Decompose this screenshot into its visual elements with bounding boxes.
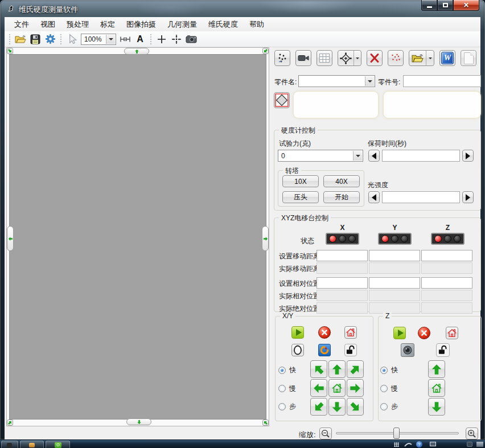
xy-home-button[interactable]	[344, 326, 357, 339]
locate-points-button[interactable]	[338, 52, 354, 64]
objective-10x-button[interactable]: 10X	[282, 175, 319, 187]
xy-jog-up-button[interactable]	[328, 360, 346, 378]
xy-run-button[interactable]	[291, 326, 304, 339]
xy-jog-down-left-button[interactable]	[310, 398, 327, 416]
z-jog-home-button[interactable]	[428, 379, 445, 397]
menu-view[interactable]: 视图	[35, 17, 61, 32]
zoom-dropdown-button[interactable]	[106, 35, 115, 44]
set-relative-pos-z-input[interactable]	[421, 277, 472, 289]
z-focus-lens-button[interactable]	[401, 343, 414, 357]
start-button[interactable]: 开始	[323, 191, 360, 203]
save-button[interactable]	[28, 32, 43, 46]
taskbar-button[interactable]: O	[46, 441, 70, 448]
set-relative-pos-y-input[interactable]	[369, 277, 420, 289]
hold-time-decrease-button[interactable]	[368, 150, 380, 162]
snapshot-button[interactable]	[184, 32, 199, 46]
open-result-splitbutton[interactable]	[409, 50, 434, 66]
indenter-button[interactable]: 压头	[282, 191, 319, 203]
xy-speed-slow-radio[interactable]: 慢	[278, 384, 296, 393]
xy-jog-left-button[interactable]	[310, 379, 327, 397]
zoom-level-combobox[interactable]: 100%	[81, 34, 116, 45]
export-word-button[interactable]: W	[439, 50, 455, 66]
grid-overlay-button[interactable]	[317, 50, 332, 66]
set-move-distance-z-input[interactable]	[421, 250, 472, 261]
menu-file[interactable]: 文件	[9, 17, 35, 32]
menu-calibration[interactable]: 标定	[94, 17, 121, 32]
point-set-button[interactable]	[388, 50, 404, 66]
xy-stop-button[interactable]	[318, 326, 331, 339]
set-move-distance-x-input[interactable]	[317, 250, 368, 261]
tray-status-icon[interactable]	[467, 442, 472, 447]
minimize-button[interactable]	[421, 0, 437, 11]
image-canvas[interactable]	[9, 54, 266, 420]
hold-time-increase-button[interactable]	[462, 150, 474, 162]
light-increase-button[interactable]	[462, 191, 474, 203]
pan-corner-bottom-left-button[interactable]	[7, 420, 13, 426]
locate-points-splitbutton[interactable]	[338, 50, 361, 66]
z-stop-button[interactable]	[418, 327, 430, 339]
pan-corner-top-right-button[interactable]	[262, 48, 269, 54]
taskbar-button[interactable]	[1, 441, 18, 448]
text-tool-button[interactable]: A	[133, 32, 147, 46]
pan-right-button[interactable]	[262, 226, 269, 251]
z-unlock-button[interactable]	[436, 343, 450, 357]
xy-jog-up-right-button[interactable]	[347, 360, 364, 378]
menu-vickers-hardness[interactable]: 维氏硬度	[203, 17, 244, 32]
settings-button[interactable]	[43, 32, 57, 46]
part-name-combobox[interactable]	[298, 75, 375, 87]
hold-time-input[interactable]	[382, 150, 460, 162]
tray-volume-icon[interactable]	[476, 442, 483, 447]
menu-preprocess[interactable]: 预处理	[61, 17, 94, 32]
z-speed-step-radio[interactable]: 步	[380, 402, 398, 412]
test-force-dropdown[interactable]	[353, 151, 362, 161]
windows-taskbar[interactable]: O ?	[0, 439, 485, 448]
pan-down-button[interactable]	[126, 418, 151, 425]
zoom-slider-thumb[interactable]	[393, 428, 400, 439]
indent-mark-button[interactable]	[274, 92, 290, 108]
open-file-button[interactable]	[13, 32, 28, 46]
light-intensity-input[interactable]	[382, 191, 460, 203]
tray-wave-icon[interactable]	[404, 442, 412, 447]
taskbar-button[interactable]	[20, 441, 44, 448]
delete-button[interactable]	[367, 50, 383, 66]
tray-grid-icon[interactable]	[394, 442, 399, 447]
test-force-combobox[interactable]: 0	[278, 150, 363, 162]
open-result-button[interactable]	[409, 54, 426, 63]
zoom-out-button[interactable]	[319, 428, 332, 439]
center-target-button[interactable]	[169, 32, 184, 46]
z-run-button[interactable]	[393, 327, 406, 339]
z-jog-up-button[interactable]	[428, 360, 445, 378]
zoom-in-button[interactable]	[466, 428, 478, 439]
xy-jog-down-right-button[interactable]	[347, 398, 364, 416]
xy-speed-step-radio[interactable]: 步	[278, 402, 296, 412]
z-speed-fast-radio[interactable]: 快	[380, 365, 398, 375]
pan-up-button[interactable]	[124, 48, 149, 55]
new-document-button[interactable]	[461, 50, 476, 66]
indent-pattern-button[interactable]	[274, 50, 290, 66]
xy-jog-down-button[interactable]	[328, 398, 346, 416]
xy-unlock-button[interactable]	[344, 344, 357, 356]
close-button[interactable]: ✕	[453, 0, 479, 11]
locate-points-dropdown[interactable]	[354, 51, 361, 65]
menu-geometry-measure[interactable]: 几何测量	[162, 17, 203, 32]
xy-speed-fast-radio[interactable]: 快	[278, 365, 296, 375]
pointer-tool-button[interactable]	[64, 32, 79, 46]
objective-40x-button[interactable]: 40X	[323, 175, 360, 187]
menu-help[interactable]: 帮助	[244, 17, 270, 32]
part-name-dropdown[interactable]	[365, 76, 374, 86]
video-capture-button[interactable]	[295, 50, 311, 66]
z-speed-slow-radio[interactable]: 慢	[380, 384, 398, 393]
light-decrease-button[interactable]	[368, 191, 380, 203]
xy-jog-home-button[interactable]	[328, 379, 346, 397]
xy-jog-right-button[interactable]	[347, 379, 364, 397]
xy-ellipse-path-button[interactable]	[291, 344, 304, 356]
maximize-button[interactable]	[437, 0, 453, 11]
title-bar[interactable]: 维氏硬度测量软件 ✕	[0, 0, 485, 17]
set-move-distance-y-input[interactable]	[369, 250, 420, 261]
menu-image-capture[interactable]: 图像拍摄	[121, 17, 162, 32]
pan-corner-top-left-button[interactable]	[7, 48, 13, 54]
measure-tool-button[interactable]	[118, 32, 133, 46]
tray-window-icon[interactable]	[430, 442, 436, 446]
pan-corner-bottom-right-button[interactable]	[262, 420, 269, 426]
xy-jog-up-left-button[interactable]	[310, 360, 327, 378]
